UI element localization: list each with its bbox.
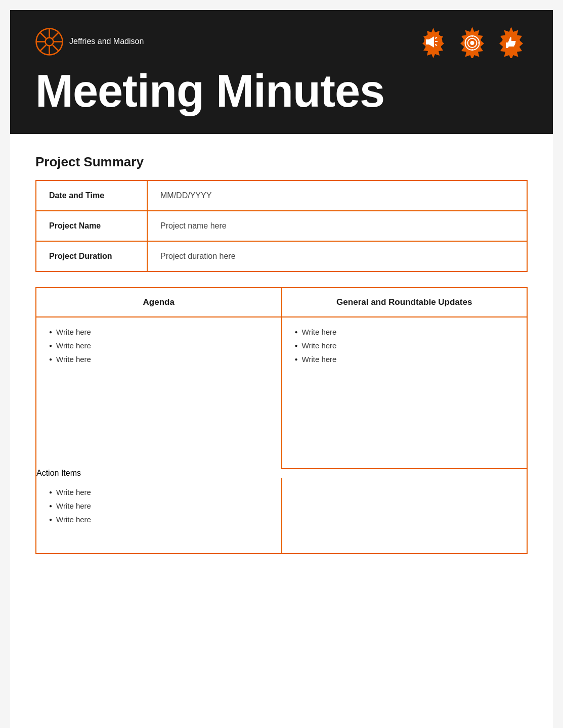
action-items-col-header: Action Items — [36, 469, 282, 478]
table-row: Project Duration Project duration here — [36, 241, 527, 271]
svg-line-8 — [53, 32, 59, 38]
project-summary-table: Date and Time MM/DD/YYYY Project Name Pr… — [35, 180, 528, 272]
list-item: Write here — [49, 328, 269, 336]
svg-rect-13 — [426, 40, 429, 44]
header: Jeffries and Madison 📣 — [10, 10, 553, 134]
agenda-table: Agenda General and Roundtable Updates Wr… — [35, 287, 528, 554]
brand-name-text: Jeffries and Madison — [69, 36, 144, 47]
brand-logo-icon — [35, 28, 63, 56]
action-items-bullet-list: Write here Write here Write here — [49, 488, 269, 524]
value-project-duration: Project duration here — [147, 241, 527, 271]
label-project-duration: Project Duration — [36, 241, 147, 271]
agenda-bullet-list: Write here Write here Write here — [49, 328, 269, 363]
header-icons: 📣 — [417, 25, 528, 58]
agenda-col-header: Agenda — [36, 288, 282, 317]
thumbsup-gear-icon — [495, 25, 528, 58]
table-row: Project Name Project name here — [36, 211, 527, 241]
svg-line-6 — [40, 32, 46, 38]
svg-point-20 — [470, 41, 474, 45]
updates-items-cell: Write here Write here Write here — [282, 317, 528, 469]
list-item: Write here — [49, 341, 269, 350]
action-items-header-row: Action Items — [36, 469, 527, 478]
svg-line-7 — [53, 45, 59, 51]
megaphone-gear-icon: 📣 — [417, 25, 450, 58]
label-project-name: Project Name — [36, 211, 147, 241]
svg-rect-26 — [506, 42, 508, 48]
list-item: Write here — [295, 355, 514, 363]
list-item: Write here — [295, 341, 514, 350]
brand: Jeffries and Madison — [35, 28, 144, 56]
svg-line-9 — [40, 45, 46, 51]
list-item: Write here — [49, 502, 269, 510]
agenda-items-cell: Write here Write here Write here — [36, 317, 282, 469]
label-date-time: Date and Time — [36, 180, 147, 211]
action-items-content-row: Write here Write here Write here — [36, 478, 527, 554]
svg-point-1 — [46, 38, 54, 46]
list-item: Write here — [49, 488, 269, 496]
table-row: Date and Time MM/DD/YYYY — [36, 180, 527, 211]
updates-col-header: General and Roundtable Updates — [282, 288, 528, 317]
list-item: Write here — [49, 355, 269, 363]
value-date-time: MM/DD/YYYY — [147, 180, 527, 211]
agenda-content-row: Write here Write here Write here Write h… — [36, 317, 527, 469]
updates-bullet-list: Write here Write here Write here — [295, 328, 514, 363]
action-items-cell: Write here Write here Write here — [36, 478, 282, 554]
value-project-name: Project name here — [147, 211, 527, 241]
list-item: Write here — [295, 328, 514, 336]
section-title-project-summary: Project Summary — [35, 154, 528, 170]
agenda-header-row: Agenda General and Roundtable Updates — [36, 288, 527, 317]
list-item: Write here — [49, 515, 269, 524]
target-gear-icon — [456, 25, 489, 58]
action-items-right-empty — [282, 478, 528, 554]
action-items-empty-cell — [282, 469, 528, 478]
content: Project Summary Date and Time MM/DD/YYYY… — [10, 134, 553, 574]
page-title: Meeting Minutes — [35, 68, 528, 114]
page: Jeffries and Madison 📣 — [10, 10, 553, 728]
